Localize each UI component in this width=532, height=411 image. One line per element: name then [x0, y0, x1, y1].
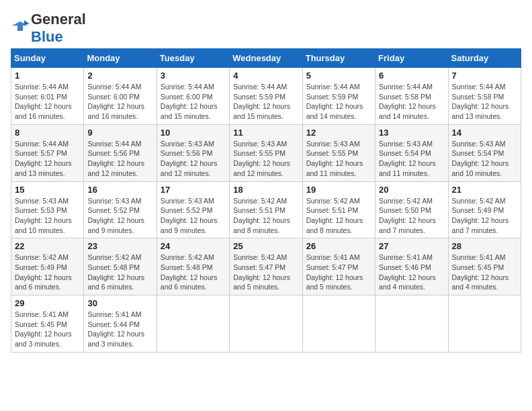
- logo: GeneralBlue: [11, 11, 86, 46]
- empty-cell: [448, 295, 521, 353]
- day-cell-25: 25 Sunrise: 5:42 AM Sunset: 5:47 PM Dayl…: [230, 238, 302, 295]
- day-cell-8: 8 Sunrise: 5:44 AM Sunset: 5:57 PM Dayli…: [11, 124, 84, 181]
- week-row-1: 1 Sunrise: 5:44 AM Sunset: 6:01 PM Dayli…: [11, 68, 521, 125]
- day-info: Sunrise: 5:44 AM Sunset: 5:57 PM Dayligh…: [15, 139, 80, 179]
- day-info: Sunrise: 5:43 AM Sunset: 5:52 PM Dayligh…: [87, 196, 152, 236]
- weekday-header-thursday: Thursday: [302, 49, 375, 68]
- day-info: Sunrise: 5:42 AM Sunset: 5:51 PM Dayligh…: [306, 196, 371, 236]
- day-number: 6: [379, 71, 444, 81]
- day-info: Sunrise: 5:41 AM Sunset: 5:44 PM Dayligh…: [87, 310, 152, 349]
- day-number: 4: [233, 71, 298, 81]
- day-number: 28: [452, 241, 517, 251]
- week-row-5: 29 Sunrise: 5:41 AM Sunset: 5:45 PM Dayl…: [11, 295, 521, 353]
- day-number: 19: [306, 185, 371, 195]
- title-area: [86, 11, 521, 12]
- empty-cell: [302, 295, 375, 353]
- day-number: 14: [452, 128, 517, 138]
- day-cell-7: 7 Sunrise: 5:44 AM Sunset: 5:58 PM Dayli…: [448, 68, 521, 125]
- day-info: Sunrise: 5:44 AM Sunset: 5:59 PM Dayligh…: [233, 82, 298, 122]
- day-number: 16: [87, 185, 152, 195]
- day-number: 9: [87, 128, 152, 138]
- day-number: 20: [379, 185, 444, 195]
- day-info: Sunrise: 5:42 AM Sunset: 5:49 PM Dayligh…: [15, 253, 80, 292]
- day-number: 24: [161, 241, 226, 251]
- day-info: Sunrise: 5:41 AM Sunset: 5:47 PM Dayligh…: [306, 253, 371, 292]
- day-number: 11: [233, 128, 298, 138]
- day-cell-6: 6 Sunrise: 5:44 AM Sunset: 5:58 PM Dayli…: [375, 68, 448, 125]
- day-number: 17: [161, 185, 226, 195]
- weekday-header-wednesday: Wednesday: [230, 49, 302, 68]
- day-number: 27: [379, 241, 444, 251]
- day-cell-18: 18 Sunrise: 5:42 AM Sunset: 5:51 PM Dayl…: [230, 181, 302, 238]
- day-info: Sunrise: 5:42 AM Sunset: 5:47 PM Dayligh…: [233, 253, 298, 292]
- weekday-header-saturday: Saturday: [448, 49, 521, 68]
- day-cell-4: 4 Sunrise: 5:44 AM Sunset: 5:59 PM Dayli…: [230, 68, 302, 125]
- day-cell-28: 28 Sunrise: 5:41 AM Sunset: 5:45 PM Dayl…: [448, 238, 521, 295]
- day-cell-10: 10 Sunrise: 5:43 AM Sunset: 5:56 PM Dayl…: [157, 124, 229, 181]
- day-cell-22: 22 Sunrise: 5:42 AM Sunset: 5:49 PM Dayl…: [11, 238, 84, 295]
- day-number: 22: [15, 241, 80, 251]
- day-cell-12: 12 Sunrise: 5:43 AM Sunset: 5:55 PM Dayl…: [302, 124, 375, 181]
- day-cell-27: 27 Sunrise: 5:41 AM Sunset: 5:46 PM Dayl…: [375, 238, 448, 295]
- day-number: 2: [87, 71, 152, 81]
- day-number: 26: [306, 241, 371, 251]
- day-info: Sunrise: 5:41 AM Sunset: 5:46 PM Dayligh…: [379, 253, 444, 292]
- calendar-table: SundayMondayTuesdayWednesdayThursdayFrid…: [11, 48, 521, 353]
- day-cell-13: 13 Sunrise: 5:43 AM Sunset: 5:54 PM Dayl…: [375, 124, 448, 181]
- day-info: Sunrise: 5:42 AM Sunset: 5:51 PM Dayligh…: [233, 196, 298, 236]
- day-cell-3: 3 Sunrise: 5:44 AM Sunset: 6:00 PM Dayli…: [157, 68, 229, 125]
- day-cell-14: 14 Sunrise: 5:43 AM Sunset: 5:54 PM Dayl…: [448, 124, 521, 181]
- svg-marker-1: [24, 20, 30, 24]
- day-cell-2: 2 Sunrise: 5:44 AM Sunset: 6:00 PM Dayli…: [84, 68, 157, 125]
- day-info: Sunrise: 5:43 AM Sunset: 5:55 PM Dayligh…: [306, 139, 371, 179]
- day-number: 15: [15, 185, 80, 195]
- week-row-2: 8 Sunrise: 5:44 AM Sunset: 5:57 PM Dayli…: [11, 124, 521, 181]
- weekday-header-row: SundayMondayTuesdayWednesdayThursdayFrid…: [11, 49, 521, 68]
- header: GeneralBlue: [11, 11, 521, 46]
- day-info: Sunrise: 5:43 AM Sunset: 5:54 PM Dayligh…: [379, 139, 444, 179]
- day-cell-9: 9 Sunrise: 5:44 AM Sunset: 5:56 PM Dayli…: [84, 124, 157, 181]
- day-info: Sunrise: 5:44 AM Sunset: 6:00 PM Dayligh…: [161, 82, 226, 122]
- day-cell-21: 21 Sunrise: 5:42 AM Sunset: 5:49 PM Dayl…: [448, 181, 521, 238]
- weekday-header-sunday: Sunday: [11, 49, 84, 68]
- day-info: Sunrise: 5:42 AM Sunset: 5:49 PM Dayligh…: [452, 196, 517, 236]
- day-number: 8: [15, 128, 80, 138]
- day-cell-24: 24 Sunrise: 5:42 AM Sunset: 5:48 PM Dayl…: [157, 238, 229, 295]
- logo-text: GeneralBlue: [31, 11, 86, 46]
- day-cell-17: 17 Sunrise: 5:43 AM Sunset: 5:52 PM Dayl…: [157, 181, 229, 238]
- weekday-header-monday: Monday: [84, 49, 157, 68]
- day-info: Sunrise: 5:43 AM Sunset: 5:56 PM Dayligh…: [161, 139, 226, 179]
- day-cell-30: 30 Sunrise: 5:41 AM Sunset: 5:44 PM Dayl…: [84, 295, 157, 353]
- day-cell-1: 1 Sunrise: 5:44 AM Sunset: 6:01 PM Dayli…: [11, 68, 84, 125]
- day-info: Sunrise: 5:41 AM Sunset: 5:45 PM Dayligh…: [15, 310, 80, 349]
- day-number: 12: [306, 128, 371, 138]
- day-info: Sunrise: 5:44 AM Sunset: 5:56 PM Dayligh…: [87, 139, 152, 179]
- week-row-3: 15 Sunrise: 5:43 AM Sunset: 5:53 PM Dayl…: [11, 181, 521, 238]
- day-number: 29: [15, 298, 80, 308]
- weekday-header-tuesday: Tuesday: [157, 49, 229, 68]
- day-number: 1: [15, 71, 80, 81]
- day-info: Sunrise: 5:44 AM Sunset: 5:58 PM Dayligh…: [452, 82, 517, 122]
- empty-cell: [375, 295, 448, 353]
- day-info: Sunrise: 5:43 AM Sunset: 5:55 PM Dayligh…: [233, 139, 298, 179]
- empty-cell: [157, 295, 229, 353]
- day-number: 3: [161, 71, 226, 81]
- day-number: 5: [306, 71, 371, 81]
- day-cell-20: 20 Sunrise: 5:42 AM Sunset: 5:50 PM Dayl…: [375, 181, 448, 238]
- day-cell-16: 16 Sunrise: 5:43 AM Sunset: 5:52 PM Dayl…: [84, 181, 157, 238]
- day-number: 25: [233, 241, 298, 251]
- day-cell-15: 15 Sunrise: 5:43 AM Sunset: 5:53 PM Dayl…: [11, 181, 84, 238]
- day-info: Sunrise: 5:42 AM Sunset: 5:50 PM Dayligh…: [379, 196, 444, 236]
- day-info: Sunrise: 5:42 AM Sunset: 5:48 PM Dayligh…: [161, 253, 226, 292]
- day-number: 30: [87, 298, 152, 308]
- day-info: Sunrise: 5:44 AM Sunset: 5:59 PM Dayligh…: [306, 82, 371, 122]
- day-info: Sunrise: 5:43 AM Sunset: 5:54 PM Dayligh…: [452, 139, 517, 179]
- day-number: 23: [87, 241, 152, 251]
- day-info: Sunrise: 5:44 AM Sunset: 6:00 PM Dayligh…: [87, 82, 152, 122]
- calendar-body: 1 Sunrise: 5:44 AM Sunset: 6:01 PM Dayli…: [11, 68, 521, 353]
- logo-bird-icon: [11, 19, 30, 38]
- day-info: Sunrise: 5:43 AM Sunset: 5:52 PM Dayligh…: [161, 196, 226, 236]
- day-info: Sunrise: 5:43 AM Sunset: 5:53 PM Dayligh…: [15, 196, 80, 236]
- day-cell-5: 5 Sunrise: 5:44 AM Sunset: 5:59 PM Dayli…: [302, 68, 375, 125]
- day-number: 21: [452, 185, 517, 195]
